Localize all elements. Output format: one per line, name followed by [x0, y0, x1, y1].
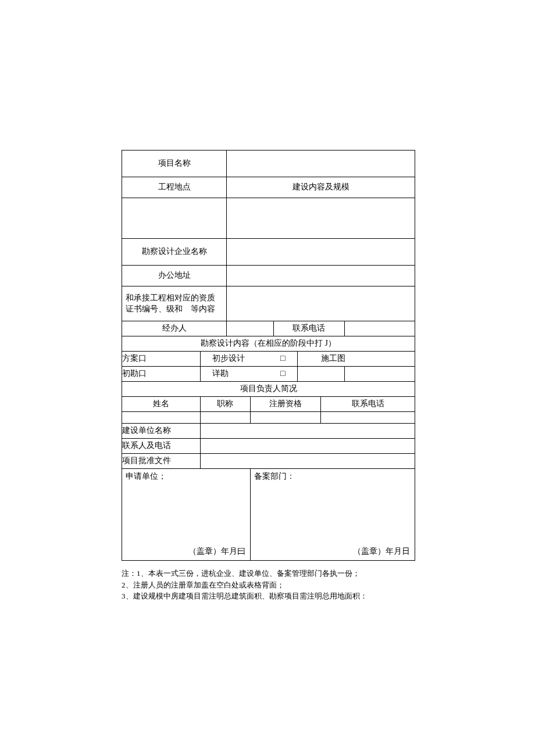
row-qualification: 和承接工程相对应的资质证书编号、级和 等内容 — [122, 286, 415, 321]
value-contact-phone[interactable] — [344, 321, 415, 336]
label-detailed-survey: 详勘 — [212, 368, 229, 379]
label-scheme[interactable]: 方案口 — [122, 352, 201, 367]
value-leader-reg[interactable] — [250, 412, 321, 424]
label-reg-qualification: 注册资格 — [250, 397, 321, 412]
value-leader-name[interactable] — [122, 412, 201, 424]
label-approval-doc: 项目批准文件 — [122, 454, 201, 469]
row-project-location: 工程地点 建设内容及规模 — [122, 177, 415, 198]
row-survey-design-content-header: 勘察设计内容（在相应的阶段中打 J） — [122, 336, 415, 352]
cell-applicant-unit[interactable]: 申请单位； （盖章）年月曰 — [122, 469, 251, 561]
row-signature: 申请单位； （盖章）年月曰 备案部门： （盖章）年月日 — [122, 469, 415, 561]
label-applicant-unit: 申请单位； — [126, 471, 166, 482]
row-leader-values — [122, 412, 415, 424]
cell-detailed-survey[interactable]: 详勘 □ — [201, 367, 298, 382]
value-leader-title[interactable] — [201, 412, 251, 424]
label-qualification: 和承接工程相对应的资质证书编号、级和 等内容 — [122, 286, 227, 321]
row-handler: 经办人 联系电话 — [122, 321, 415, 336]
cell-preliminary-design[interactable]: 初步设计 □ — [201, 352, 298, 367]
checkbox-icon-detailed: □ — [280, 368, 285, 379]
row-leader-columns: 姓名 职称 注册资格 联系电话 — [122, 397, 415, 412]
row-survey-design-company: 勘察设计企业名称 — [122, 239, 415, 266]
row-phase-2: 初勘口 详勘 □ — [122, 367, 415, 382]
label-contact-person-phone: 联系人及电话 — [122, 439, 201, 454]
document-page: 项目名称 工程地点 建设内容及规模 勘察设计企业名称 办公地址 和承接工程相对应… — [0, 0, 535, 602]
label-preliminary-design: 初步设计 — [212, 353, 245, 364]
label-office-address: 办公地址 — [122, 266, 227, 286]
label-handler: 经办人 — [122, 321, 227, 336]
value-project-name[interactable] — [227, 151, 415, 177]
label-name: 姓名 — [122, 397, 201, 412]
seal-date-right: （盖章）年月日 — [353, 546, 410, 557]
label-build-unit-name: 建设单位名称 — [122, 424, 201, 439]
row-office-address: 办公地址 — [122, 266, 415, 286]
value-leader-phone[interactable] — [321, 412, 415, 424]
value-office-address[interactable] — [227, 266, 415, 286]
label-title: 职称 — [201, 397, 251, 412]
seal-date-left: （盖章）年月曰 — [188, 546, 245, 557]
form-table: 项目名称 工程地点 建设内容及规模 勘察设计企业名称 办公地址 和承接工程相对应… — [122, 150, 415, 561]
label-preliminary-survey[interactable]: 初勘口 — [122, 367, 201, 382]
note-line-1: 注：1、本表一式三份，进杭企业、建设单位、备案管理部门各执一份； — [122, 568, 415, 579]
label-build-content-scale: 建设内容及规模 — [227, 177, 415, 198]
row-project-leader-header: 项目负责人简况 — [122, 382, 415, 397]
row-contact-person: 联系人及电话 — [122, 439, 415, 454]
notes-block: 注：1、本表一式三份，进杭企业、建设单位、备案管理部门各执一份； 2、注册人员的… — [122, 568, 415, 602]
row-build-content-values — [122, 198, 415, 239]
value-project-location[interactable] — [122, 198, 227, 239]
value-approval-doc[interactable] — [201, 454, 415, 469]
label-survey-design-content-header: 勘察设计内容（在相应的阶段中打 J） — [122, 336, 415, 352]
label-project-leader-header: 项目负责人简况 — [122, 382, 415, 397]
label-phone: 联系电话 — [321, 397, 415, 412]
cell-filing-dept[interactable]: 备案部门： （盖章）年月日 — [250, 469, 415, 561]
value-contact-person-phone[interactable] — [201, 439, 415, 454]
label-survey-design-company: 勘察设计企业名称 — [122, 239, 227, 266]
label-project-location: 工程地点 — [122, 177, 227, 198]
label-project-name: 项目名称 — [122, 151, 227, 177]
row-phase-1: 方案口 初步设计 □ 施工图 — [122, 352, 415, 367]
label-contact-phone: 联系电话 — [274, 321, 345, 336]
row-build-unit: 建设单位名称 — [122, 424, 415, 439]
label-filing-dept: 备案部门： — [254, 471, 295, 482]
value-build-content-scale[interactable] — [227, 198, 415, 239]
label-construction-drawing[interactable]: 施工图 — [297, 352, 415, 367]
value-qualification[interactable] — [227, 286, 415, 321]
checkbox-icon-preliminary: □ — [280, 353, 285, 364]
value-handler[interactable] — [227, 321, 274, 336]
empty-detailed-survey-1 — [297, 367, 344, 382]
note-line-3: 3、建设规模中房建项目需注明总建筑面积、勘察项目需注明总用地面积： — [122, 590, 415, 602]
note-line-2: 2、注册人员的注册章加盖在空白处或表格背面； — [122, 579, 415, 591]
row-project-name: 项目名称 — [122, 151, 415, 177]
row-approval-doc: 项目批准文件 — [122, 454, 415, 469]
value-build-unit-name[interactable] — [201, 424, 415, 439]
value-survey-design-company[interactable] — [227, 239, 415, 266]
empty-detailed-survey-2 — [344, 367, 415, 382]
